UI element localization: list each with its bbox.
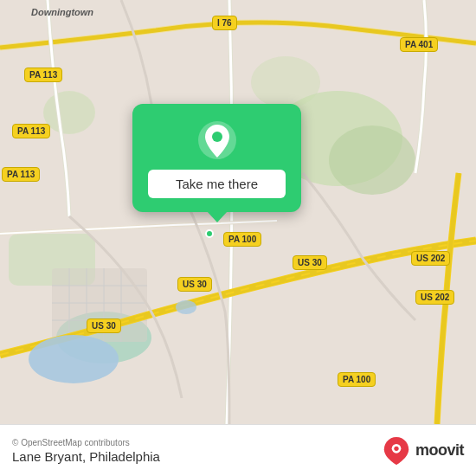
badge-us30-1: US 30 (293, 255, 327, 270)
copyright-text: © OpenStreetMap contributors (12, 438, 160, 447)
popup-card: Take me there (132, 104, 301, 212)
svg-point-15 (29, 335, 119, 383)
badge-us30-3: US 30 (87, 318, 121, 333)
svg-point-20 (394, 446, 398, 450)
badge-i76: I 76 (212, 16, 237, 30)
badge-pa100-2: PA 100 (338, 372, 376, 387)
badge-us202-2: US 202 (415, 290, 454, 305)
badge-pa401: PA 401 (400, 37, 438, 52)
moovit-pin-icon (383, 437, 410, 465)
svg-point-18 (212, 132, 222, 142)
badge-pa113-2: PA 113 (12, 124, 50, 138)
badge-pa100-1: PA 100 (223, 232, 261, 247)
svg-point-2 (329, 125, 415, 195)
moovit-logo: moovit (383, 437, 464, 465)
svg-point-4 (43, 91, 95, 134)
badge-us202-1: US 202 (411, 251, 450, 266)
place-label-downingtown: Downingtown (31, 7, 93, 17)
svg-point-6 (251, 56, 320, 108)
map-svg (0, 0, 476, 424)
location-pin-icon (196, 119, 238, 161)
badge-pa113-1: PA 113 (24, 68, 62, 82)
bottom-bar: © OpenStreetMap contributors Lane Bryant… (0, 424, 476, 476)
bottom-info: © OpenStreetMap contributors Lane Bryant… (12, 438, 160, 464)
moovit-brand-text: moovit (415, 441, 464, 460)
badge-us30-2: US 30 (177, 277, 212, 292)
location-title: Lane Bryant, Philadelphia (12, 449, 160, 464)
map-container: Downingtown I 76 PA 113 PA 113 PA 113 PA… (0, 0, 476, 424)
svg-point-16 (176, 300, 196, 314)
take-me-there-button[interactable]: Take me there (148, 170, 286, 198)
map-marker-dot (205, 229, 214, 238)
badge-pa113-3: PA 113 (2, 167, 40, 182)
